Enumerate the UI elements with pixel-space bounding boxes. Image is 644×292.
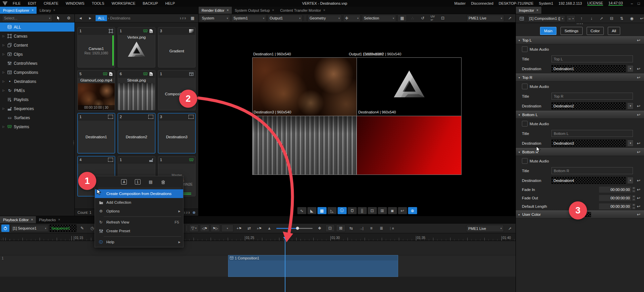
destination2-preview[interactable] (357, 58, 461, 116)
mute-audio-checkbox[interactable] (522, 84, 528, 89)
sidebar-item-compositions[interactable]: ▷Compositions (0, 68, 74, 77)
fit-image-icon[interactable]: ⊡ (368, 207, 377, 214)
nudge-icon[interactable]: ▲ (265, 225, 274, 232)
chevron-right-icon[interactable]: ▷ (2, 80, 5, 83)
next-cue-icon[interactable]: ⚑▷ (211, 225, 220, 232)
expand-view-icon[interactable]: ⊞ (378, 207, 387, 214)
tile-glamourloop-mp4[interactable]: 5GlamourLoop.mp400:00:10:00 | 30 (77, 70, 115, 110)
chevron-right-icon[interactable]: ▷ (2, 125, 5, 128)
menu-item-create-composition-from-destinations[interactable]: Create Composition from Destinations (95, 189, 183, 198)
goto-cue-icon[interactable]: »⚑ (255, 225, 264, 232)
menu-tools[interactable]: TOOLS (92, 1, 104, 5)
fit-clip-icon[interactable]: ⊡ (325, 225, 335, 232)
menu-workspace[interactable]: WORKSPACE (112, 1, 136, 5)
numbering-icon[interactable]: 1 2 3 (184, 211, 190, 214)
menu-edit[interactable]: EDIT (28, 1, 36, 5)
destination4-preview[interactable] (357, 116, 461, 175)
mute-audio-checkbox[interactable] (522, 121, 528, 127)
stepper-buttons[interactable]: +− (632, 203, 636, 209)
close-icon[interactable]: × (58, 218, 60, 222)
prev-cue-icon[interactable]: ◁⚑ (200, 225, 209, 232)
pin-icon[interactable]: ⊸ (504, 13, 516, 24)
waveform-icon[interactable]: ∿ (297, 207, 306, 214)
add-cue-icon[interactable]: +⚑ (235, 225, 244, 232)
sidebar-item-pmes[interactable]: ▷↻PMEs (0, 86, 74, 95)
chevron-down-icon[interactable]: ▾ (628, 102, 634, 109)
nav-back-button[interactable]: ◀ (76, 15, 85, 21)
destination1-preview[interactable] (253, 58, 357, 116)
destination-dropdown[interactable]: Destination4 (551, 177, 626, 184)
tab-main[interactable]: Main (540, 27, 556, 35)
sequence-selector-dropdown[interactable]: [1] Sequence1▾ (11, 225, 48, 232)
tile-canvas1[interactable]: 1Canvas1Res: 1920,1080 (77, 27, 115, 67)
follow-icon[interactable]: ❖ (315, 225, 324, 232)
render-viewport[interactable]: Destination1 | 960x540 Output1 | 1920x10… (199, 22, 516, 216)
dots-grid-icon[interactable]: ⣿ (358, 207, 367, 214)
system-dropdown[interactable]: System▾ (200, 15, 230, 22)
destination3-preview[interactable] (253, 116, 357, 175)
reset-view-icon[interactable]: ↩ (398, 207, 407, 214)
menu-item-add-collection[interactable]: Add Collection (95, 198, 183, 207)
reset-icon[interactable]: ↩ (636, 66, 642, 71)
magnet-icon[interactable]: Ω (347, 207, 357, 214)
menu-item-refresh-view[interactable]: ↻Refresh ViewF5 (95, 218, 183, 227)
uv-tool-icon[interactable]: UV↩ (428, 15, 437, 21)
sidebar-item-playlists[interactable]: ▷Playlists (0, 95, 74, 104)
reset-icon[interactable]: ↩ (636, 204, 642, 209)
output-dropdown[interactable]: Output1▾ (268, 15, 303, 22)
menu-create[interactable]: CREATE (44, 1, 58, 5)
chevron-down-icon[interactable]: ▾ (628, 65, 634, 72)
select-dropdown[interactable]: Select... ▾ (2, 15, 52, 22)
tile-gradient[interactable]: 3Gradient (158, 27, 196, 67)
tile-vertex-png[interactable]: 1Vertex.png (118, 27, 155, 67)
playhead-marker[interactable] (283, 237, 287, 240)
cue-list-dropdown[interactable]: ▾ (221, 225, 233, 232)
align-rows-icon[interactable]: ≡ (367, 225, 376, 232)
info-overlay-icon[interactable]: ⓘ (337, 207, 346, 214)
sidebar-item-all[interactable]: ▷ALL (0, 22, 74, 32)
track-options-icon[interactable]: ⋮≡ (387, 225, 396, 232)
reset-icon[interactable]: ↩ (636, 38, 642, 43)
pme-dropdown[interactable]: PME1 Live▾ (467, 15, 504, 22)
composition-clip[interactable]: 1 Composition1 (228, 255, 398, 277)
tile-streak-png[interactable]: 6Streak.png (118, 70, 155, 110)
close-icon[interactable]: × (323, 8, 325, 12)
reset-icon[interactable]: ↩ (636, 104, 642, 108)
reset-icon[interactable]: ↩ (636, 141, 642, 146)
panel-icon[interactable]: ⊟ (607, 15, 616, 22)
row-height-icon[interactable]: ≣ (377, 225, 386, 232)
section-header-bottom-l[interactable]: ▾Bottom L↩ (516, 111, 644, 119)
menu-file[interactable]: FILE (13, 1, 20, 5)
menu-backup[interactable]: BACKUP (143, 1, 158, 5)
menu-item-help[interactable]: ⓘHelp▶ (95, 238, 183, 246)
menu-help[interactable]: HELP (165, 1, 175, 5)
close-icon[interactable]: × (272, 8, 274, 12)
sidebar-item-sequences[interactable]: ▷Sequences (0, 104, 74, 113)
close-icon[interactable]: × (32, 8, 34, 12)
title-input[interactable] (551, 167, 633, 174)
reset-icon[interactable]: ↩ (636, 112, 642, 117)
tile-destination1[interactable]: 1Destination1 (77, 113, 115, 153)
tab-playback-editor[interactable]: Playback Editor× (0, 216, 36, 223)
geometry-dropdown[interactable]: Geometry▾ (308, 15, 342, 22)
title-input[interactable] (551, 93, 633, 100)
chevron-down-icon[interactable]: ▾ (628, 177, 634, 184)
tile-destination3[interactable]: 3Destination3 (158, 113, 196, 153)
menu-item-options[interactable]: ⚙Options▶ (95, 207, 183, 215)
gradient-icon[interactable]: ◣ (307, 207, 316, 214)
close-icon[interactable]: × (227, 8, 229, 12)
tab-all[interactable]: All (608, 27, 620, 35)
chevron-right-icon[interactable]: ▷ (2, 35, 5, 38)
grid-view-button[interactable]: ▦ (188, 15, 197, 21)
minimize-button[interactable]: – (631, 1, 633, 5)
mute-audio-checkbox[interactable] (522, 158, 528, 164)
tab-playbacks[interactable]: Playbacks× (36, 216, 63, 223)
gizmo-icon[interactable]: ⊕ (408, 207, 417, 214)
maximize-button[interactable]: □ (638, 1, 640, 5)
filter-dropdown[interactable]: –▾ (567, 15, 576, 22)
section-header-top-l[interactable]: ▾Top L↩ (516, 36, 644, 44)
destination-dropdown[interactable]: Destination3 (551, 140, 626, 147)
clear-filter-icon[interactable]: ⊗ (193, 210, 196, 215)
stepper-buttons[interactable]: +− (632, 195, 636, 201)
sidebar-item-destinations[interactable]: ▷•Destinations (0, 77, 74, 86)
